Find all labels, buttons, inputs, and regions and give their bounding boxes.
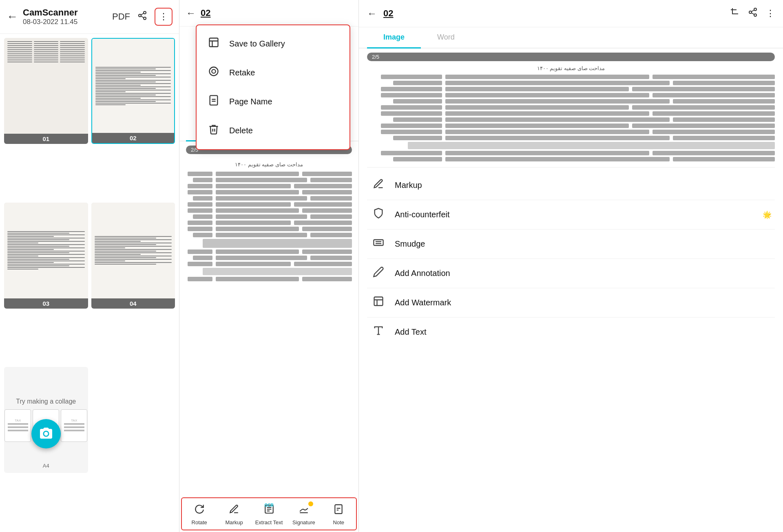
markup-menu-label: Markup — [395, 181, 772, 190]
right-header: ← 02 ⋮ — [359, 0, 783, 27]
note-label: Note — [333, 519, 344, 525]
thumbnail-03[interactable]: 03 — [4, 203, 88, 309]
menu-item-add-text[interactable]: Add Text — [367, 318, 775, 347]
retake-icon — [206, 66, 221, 80]
page-name-icon — [206, 95, 221, 109]
collage-text: Try making a collage — [16, 398, 76, 405]
svg-point-17 — [754, 14, 756, 16]
tab-word-right[interactable]: Word — [421, 27, 471, 49]
share-icon-right[interactable] — [748, 7, 758, 20]
pdf-button[interactable]: PDF — [112, 11, 130, 22]
thumbnail-01[interactable]: 01 — [4, 38, 88, 144]
signature-label: Signature — [292, 519, 315, 525]
share-icon-left[interactable] — [137, 11, 147, 23]
svg-point-15 — [754, 8, 756, 11]
svg-rect-5 — [210, 38, 218, 47]
svg-point-2 — [144, 17, 146, 20]
dropdown-delete[interactable]: Delete — [197, 116, 349, 145]
thumb-label-03: 03 — [4, 298, 88, 309]
right-tabs: Image Word — [359, 27, 783, 49]
markup-icon — [229, 504, 239, 517]
thumbnail-02[interactable]: 02 — [91, 38, 175, 144]
more-button-right[interactable]: ⋮ — [766, 8, 775, 19]
signature-button[interactable]: Signature — [286, 498, 321, 530]
signature-gold-badge — [308, 501, 313, 506]
collage-img-3: TAX — [61, 409, 87, 442]
thumb-label-04: 04 — [91, 298, 175, 309]
markup-label: Markup — [225, 519, 243, 525]
rotate-button[interactable]: Rotate — [182, 498, 217, 530]
delete-icon — [206, 124, 221, 138]
add-annotation-label: Add Annotation — [395, 269, 772, 278]
page-name-label: Page Name — [229, 97, 272, 106]
tab-image-right[interactable]: Image — [367, 27, 421, 49]
camera-fab[interactable] — [31, 419, 61, 448]
right-doc-content: مداحت صای صفیه تقویم ۱۴۰۰ — [359, 65, 783, 167]
app-title: CamScanner — [23, 7, 112, 18]
extract-text-button[interactable]: OCR Extract Text — [252, 498, 286, 530]
back-button-right[interactable]: ← — [367, 8, 377, 19]
svg-rect-12 — [335, 505, 342, 514]
crop-icon[interactable] — [730, 7, 740, 20]
menu-item-add-watermark[interactable]: Add Watermark — [367, 288, 775, 318]
extract-text-label: Extract Text — [255, 519, 283, 525]
signature-icon — [299, 504, 309, 517]
more-button-left[interactable]: ⋮ — [155, 8, 173, 26]
svg-point-1 — [139, 14, 141, 17]
svg-line-18 — [752, 13, 754, 15]
left-header: ← CamScanner 08-03-2022 11.45 PDF ⋮ — [0, 0, 179, 34]
svg-rect-8 — [210, 95, 218, 105]
note-button[interactable]: Note — [321, 498, 356, 530]
svg-rect-23 — [374, 297, 383, 306]
thumbnail-collage[interactable]: Try making a collage TAX TAX — [4, 367, 88, 473]
left-header-icons: PDF ⋮ — [112, 8, 173, 26]
svg-rect-20 — [374, 240, 383, 245]
mid-toolbar: Rotate Markup OCR Extract Text Signature — [181, 497, 357, 530]
add-text-icon — [370, 325, 387, 339]
svg-line-4 — [141, 13, 144, 15]
mid-content: مداحت صای صفیه تقویم ۱۴۰۰ — [179, 158, 358, 496]
thumb-img-01 — [4, 38, 88, 134]
thumb-img-04 — [91, 203, 175, 298]
doc-grid: 01 02 — [0, 34, 179, 532]
thumb-label-01: 01 — [4, 134, 88, 144]
title-block: CamScanner 08-03-2022 11.45 — [23, 7, 112, 26]
mid-header: ← 02 — [179, 0, 358, 26]
svg-point-7 — [212, 69, 215, 73]
menu-item-add-annotation[interactable]: Add Annotation — [367, 259, 775, 288]
markup-button[interactable]: Markup — [217, 498, 251, 530]
back-button-mid[interactable]: ← — [186, 7, 196, 19]
add-text-label: Add Text — [395, 327, 772, 337]
menu-item-anti-counterfeit[interactable]: Anti-counterfeit 🌟 — [367, 200, 775, 230]
right-page-num: 02 — [383, 8, 723, 19]
left-panel: ← CamScanner 08-03-2022 11.45 PDF ⋮ — [0, 0, 179, 532]
add-watermark-label: Add Watermark — [395, 298, 772, 307]
delete-label: Delete — [229, 126, 253, 135]
smudge-label: Smudge — [395, 239, 772, 249]
menu-item-markup[interactable]: Markup — [367, 171, 775, 200]
save-gallery-label: Save to Gallery — [229, 39, 285, 49]
save-gallery-icon — [206, 37, 221, 51]
anti-counterfeit-icon — [370, 208, 387, 222]
dropdown-page-name[interactable]: Page Name — [197, 87, 349, 116]
a4-label: A4 — [43, 463, 49, 469]
app-subtitle: 08-03-2022 11.45 — [23, 18, 112, 26]
retake-label: Retake — [229, 68, 255, 77]
thumb-label-02: 02 — [92, 133, 175, 143]
rotate-label: Rotate — [192, 519, 207, 525]
collage-img-1: TAX — [4, 409, 31, 442]
dropdown-retake[interactable]: Retake — [197, 58, 349, 87]
back-button-left[interactable]: ← — [7, 10, 18, 23]
add-watermark-icon — [370, 296, 387, 310]
rotate-icon — [194, 504, 205, 517]
smudge-icon — [370, 237, 387, 251]
thumbnail-04[interactable]: 04 — [91, 203, 175, 309]
right-panel: ← 02 ⋮ Image Word 2/5 مداحت صای صفیه تقو… — [359, 0, 783, 532]
right-page-badge: 2/5 — [367, 53, 775, 61]
dropdown-save-gallery[interactable]: Save to Gallery — [197, 29, 349, 58]
note-icon — [333, 504, 344, 517]
menu-item-smudge[interactable]: Smudge — [367, 230, 775, 259]
right-header-icons: ⋮ — [730, 7, 775, 20]
svg-line-3 — [141, 16, 144, 18]
svg-point-16 — [749, 11, 752, 13]
